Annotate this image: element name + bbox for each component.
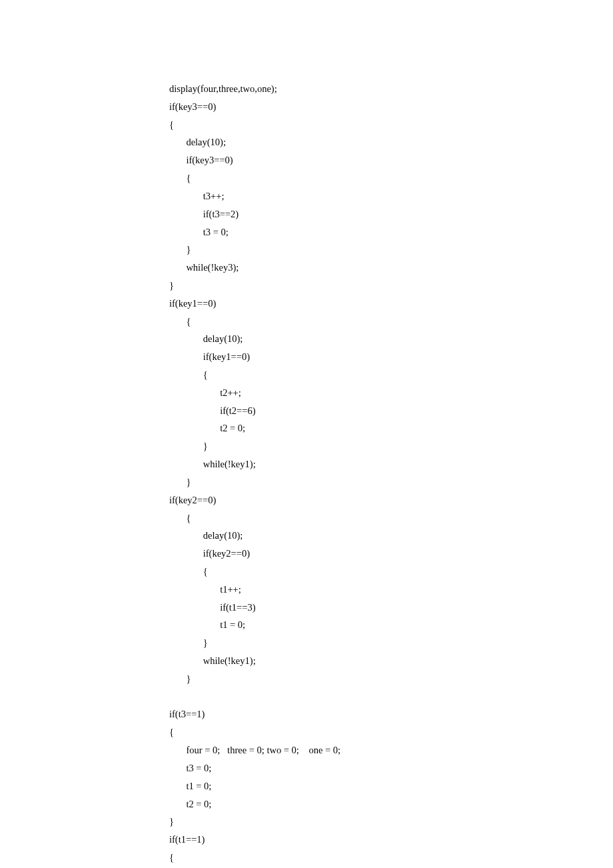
code-block: display(four,three,two,one); if(key3==0)… [169,80,613,867]
code-content: display(four,three,two,one); if(key3==0)… [169,83,340,863]
